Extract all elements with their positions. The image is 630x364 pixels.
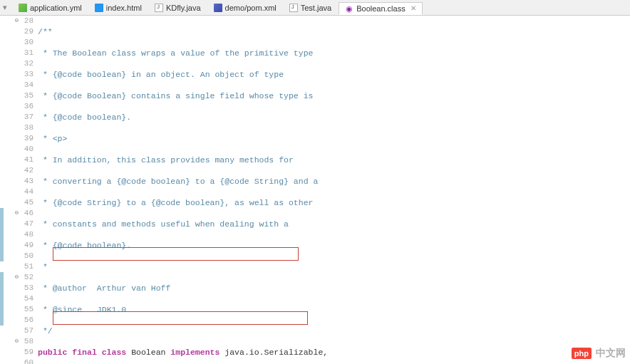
watermark: php 中文网 <box>572 347 626 360</box>
tab-label: KDfly.java <box>166 4 201 12</box>
fold-icon[interactable]: ⊖ <box>14 18 20 24</box>
comment: * <p> <box>38 134 67 143</box>
line-number: 35 <box>11 90 33 101</box>
line-number: 50 <box>11 251 33 261</box>
comment: * The Boolean class wraps a value of the… <box>38 48 313 58</box>
code-content[interactable]: /** * The Boolean class wraps a value of… <box>38 16 630 364</box>
line-number: 39 <box>11 133 33 144</box>
line-number: 29 <box>11 26 33 37</box>
line-number: 57 <box>11 326 33 336</box>
tab-demo-pom-xml[interactable]: demo/pom.xml <box>208 2 282 14</box>
line-number: 52⊖ <box>11 272 33 283</box>
line-number: 54 <box>11 293 33 304</box>
tab-label: Boolean.class <box>356 4 406 13</box>
line-number: 33 <box>11 69 33 80</box>
close-icon[interactable]: ✕ <box>410 4 416 12</box>
line-number: 40 <box>11 144 33 155</box>
comment: /** <box>38 27 53 36</box>
comment: * constants and methods useful when deal… <box>38 219 289 229</box>
tab-overflow-icon[interactable]: ▾ <box>3 3 13 12</box>
line-number: 60 <box>11 358 33 364</box>
line-number: 30 <box>11 37 33 48</box>
line-number: 36 <box>11 101 33 112</box>
comment: Arthur van Hoff <box>87 284 170 293</box>
tab-kdfly-java[interactable]: KDfly.java <box>149 2 207 14</box>
fold-icon[interactable]: ⊖ <box>14 274 20 281</box>
javadoc-tag: * @author <box>38 284 87 293</box>
line-number: 38 <box>11 123 33 133</box>
comment: * converting a {@code boolean} to a {@co… <box>38 177 318 186</box>
line-number: 46⊖ <box>11 208 33 219</box>
file-icon-java <box>289 4 298 12</box>
keyword: implements <box>170 348 220 357</box>
line-number: 59 <box>11 347 33 358</box>
tab-test-java[interactable]: Test.java <box>284 2 337 14</box>
javadoc-tag: * @since <box>38 305 82 314</box>
editor-tab-bar: ▾ application.yml index.html KDfly.java … <box>0 0 630 16</box>
file-icon-xml <box>214 4 222 12</box>
line-number: 43 <box>11 176 33 187</box>
comment: * {@code String} to a {@code boolean}, a… <box>38 198 313 207</box>
line-number: 55 <box>11 304 33 315</box>
comment: JDK1.0 <box>82 305 126 314</box>
line-number: 31 <box>11 48 33 58</box>
file-icon-class: ◉ <box>345 4 353 13</box>
file-icon-java <box>155 4 163 12</box>
line-number: 32 <box>11 58 33 69</box>
code-editor[interactable]: 28⊖ 29 30 31 32 33 34 35 36 37 38 39 40 … <box>0 16 630 364</box>
marker-column <box>0 16 11 364</box>
line-number: 56 <box>11 315 33 326</box>
comment: * In addition, this class provides many … <box>38 155 294 165</box>
tab-label: Test.java <box>301 4 331 12</box>
line-number: 44 <box>11 187 33 197</box>
comment: * {@code boolean}. <box>38 241 131 250</box>
change-marker <box>0 272 4 326</box>
code-text: java.io.Serializable, <box>220 348 328 357</box>
tab-index-html[interactable]: index.html <box>89 2 148 14</box>
tab-application-yml[interactable]: application.yml <box>13 2 88 14</box>
tab-label: demo/pom.xml <box>225 4 277 12</box>
line-number: 28⊖ <box>11 16 33 26</box>
file-icon-yml <box>19 4 27 12</box>
fold-icon[interactable]: ⊖ <box>14 210 20 217</box>
change-marker <box>0 208 4 261</box>
line-number: 53 <box>11 283 33 293</box>
line-number: 49 <box>11 240 33 251</box>
watermark-text: 中文网 <box>596 347 626 360</box>
line-number: 45 <box>11 197 33 208</box>
line-number: 37 <box>11 112 33 123</box>
tab-label: index.html <box>106 4 142 12</box>
tab-boolean-class[interactable]: ◉ Boolean.class ✕ <box>339 2 423 15</box>
comment: * {@code boolean} in an object. An objec… <box>38 70 284 79</box>
line-number: 42 <box>11 165 33 176</box>
comment: * <box>38 262 48 271</box>
line-number-gutter: 28⊖ 29 30 31 32 33 34 35 36 37 38 39 40 … <box>11 16 38 364</box>
comment: * {@code Boolean} contains a single fiel… <box>38 91 313 100</box>
comment: * {@code boolean}. <box>38 113 131 122</box>
type-name: Boolean <box>126 348 170 357</box>
line-number: 34 <box>11 80 33 90</box>
file-icon-html <box>95 4 103 12</box>
line-number: 41 <box>11 155 33 165</box>
line-number: 58⊖ <box>11 336 33 347</box>
comment: */ <box>38 326 53 336</box>
line-number: 51 <box>11 261 33 272</box>
line-number: 47 <box>11 219 33 229</box>
keyword: public final class <box>38 348 126 357</box>
fold-icon[interactable]: ⊖ <box>14 338 20 345</box>
tab-label: application.yml <box>30 4 82 12</box>
watermark-logo: php <box>572 348 592 359</box>
line-number: 48 <box>11 229 33 240</box>
